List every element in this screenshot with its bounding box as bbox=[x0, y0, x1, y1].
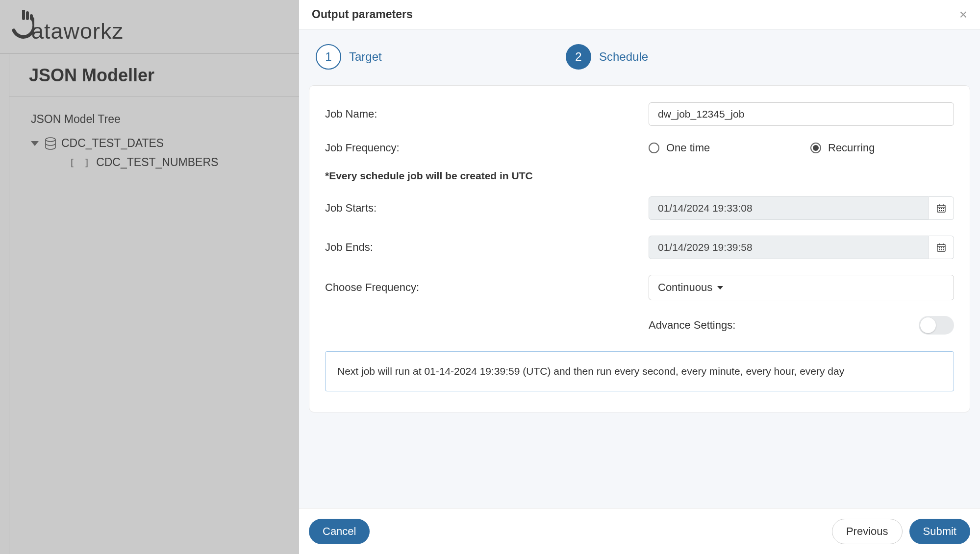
job-starts-input[interactable]: 01/14/2024 19:33:08 bbox=[649, 196, 929, 220]
array-icon: [ ] bbox=[69, 157, 91, 169]
brand-logo-text: ataworkz bbox=[31, 19, 124, 44]
job-ends-input[interactable]: 01/14/2029 19:39:58 bbox=[649, 236, 929, 259]
step-schedule-number: 2 bbox=[566, 44, 591, 70]
schedule-form-card: Job Name: Job Frequency: One time bbox=[309, 85, 970, 412]
next-run-text: Next job will run at 01-14-2024 19:39:59… bbox=[337, 365, 942, 377]
stepper: 1 Target 2 Schedule bbox=[309, 39, 970, 74]
svg-rect-15 bbox=[939, 247, 940, 248]
job-name-input[interactable] bbox=[649, 102, 954, 126]
svg-rect-19 bbox=[941, 249, 942, 250]
job-ends-calendar-button[interactable] bbox=[929, 236, 954, 259]
logo-mark-icon bbox=[11, 10, 34, 44]
calendar-icon bbox=[937, 243, 946, 252]
job-name-label: Job Name: bbox=[325, 108, 649, 120]
radio-recurring-label: Recurring bbox=[828, 142, 875, 154]
svg-rect-6 bbox=[941, 208, 942, 209]
chevron-down-icon bbox=[717, 286, 723, 289]
job-ends-label: Job Ends: bbox=[325, 241, 649, 254]
frequency-one-time-radio[interactable]: One time bbox=[649, 142, 810, 154]
page-title: JSON Modeller bbox=[29, 65, 154, 86]
database-icon bbox=[45, 137, 56, 150]
modal-body: 1 Target 2 Schedule Job Name: Job Freque… bbox=[299, 29, 980, 508]
svg-rect-9 bbox=[941, 210, 942, 211]
radio-one-time-label: One time bbox=[666, 142, 710, 154]
step-target[interactable]: 1 Target bbox=[316, 44, 566, 70]
step-target-label: Target bbox=[349, 50, 382, 64]
svg-point-0 bbox=[46, 138, 55, 142]
utc-note: *Every schedule job will be created in U… bbox=[325, 170, 954, 182]
toggle-knob bbox=[920, 317, 936, 333]
choose-frequency-select[interactable]: Continuous bbox=[649, 275, 954, 300]
choose-frequency-label: Choose Frequency: bbox=[325, 281, 649, 294]
svg-rect-7 bbox=[943, 208, 944, 209]
svg-rect-16 bbox=[941, 247, 942, 248]
advance-settings-toggle[interactable] bbox=[919, 316, 954, 335]
job-frequency-label: Job Frequency: bbox=[325, 142, 649, 154]
modal-header: Output parameters × bbox=[299, 0, 980, 29]
step-schedule-label: Schedule bbox=[599, 50, 648, 64]
next-run-info: Next job will run at 01-14-2024 19:39:59… bbox=[325, 351, 954, 391]
step-target-number: 1 bbox=[316, 44, 341, 70]
svg-rect-8 bbox=[939, 210, 940, 211]
cancel-button[interactable]: Cancel bbox=[309, 519, 370, 544]
svg-rect-5 bbox=[939, 208, 940, 209]
step-schedule[interactable]: 2 Schedule bbox=[566, 44, 816, 70]
modal-title: Output parameters bbox=[312, 8, 413, 21]
frequency-recurring-radio[interactable]: Recurring bbox=[810, 142, 875, 154]
chevron-down-icon[interactable] bbox=[31, 141, 39, 146]
previous-button[interactable]: Previous bbox=[832, 519, 903, 544]
svg-rect-10 bbox=[943, 210, 944, 211]
radio-selected-icon bbox=[810, 143, 821, 153]
calendar-icon bbox=[937, 204, 946, 213]
svg-rect-18 bbox=[939, 249, 940, 250]
output-parameters-modal: Output parameters × 1 Target 2 Schedule … bbox=[299, 0, 980, 554]
tree-root-label: CDC_TEST_DATES bbox=[61, 137, 164, 150]
submit-button[interactable]: Submit bbox=[909, 519, 970, 544]
modal-footer: Cancel Previous Submit bbox=[299, 508, 980, 554]
brand-logo: ataworkz bbox=[11, 10, 124, 44]
tree-child-label: CDC_TEST_NUMBERS bbox=[96, 156, 218, 169]
svg-rect-17 bbox=[943, 247, 944, 248]
choose-frequency-value: Continuous bbox=[658, 281, 712, 294]
job-starts-label: Job Starts: bbox=[325, 202, 649, 215]
job-starts-calendar-button[interactable] bbox=[929, 196, 954, 220]
advance-settings-label: Advance Settings: bbox=[649, 319, 919, 332]
svg-rect-20 bbox=[943, 249, 944, 250]
radio-icon bbox=[649, 143, 659, 153]
close-icon[interactable]: × bbox=[959, 8, 967, 22]
